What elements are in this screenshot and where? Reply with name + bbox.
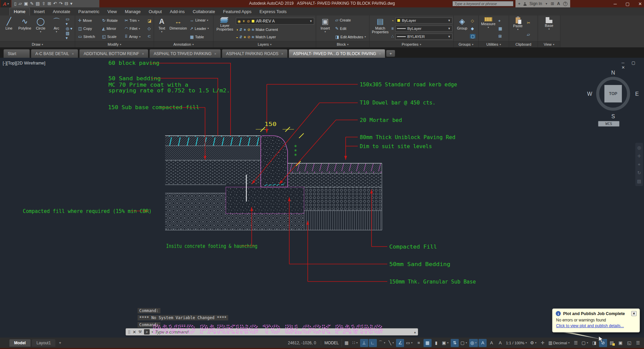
dimension-button[interactable]: ↔ Dimension [168,16,188,41]
selection-cycling-toggle[interactable]: ▮ [432,339,440,347]
lineweight-toggle[interactable]: ≡ [415,339,423,347]
edit-attributes-button[interactable]: ◨Edit Attributes▾ [334,35,367,39]
command-customize-icon[interactable]: ⚒ [138,330,142,334]
search-icon[interactable]: ⌖ [518,1,521,6]
text-button[interactable]: A Text▾ [155,16,168,41]
ribbon-tab-output[interactable]: Output [145,8,166,15]
model-tab[interactable]: Model [9,339,31,347]
erase-icon[interactable]: ◪ [147,18,152,23]
group-edit-icon[interactable]: ◆ [470,26,476,31]
plot-status-toggle[interactable]: ▤ [608,339,616,347]
orbit-icon[interactable]: ↻ [637,171,641,175]
command-grip-icon[interactable]: ⣿ [128,330,131,334]
layer-select[interactable]: ◉ ☀ ⊘ AR-REV A ▼ [236,18,314,25]
block-panel-label[interactable]: Block▾ [316,41,369,47]
ribbon-tab-featured-apps[interactable]: Featured Apps [219,8,256,15]
fillet-button[interactable]: ◠Fillet▾ [123,25,146,33]
paste-button[interactable]: Paste▾ [510,16,526,41]
trim-button[interactable]: ✂Trim▾ [123,16,146,25]
object-snap-toggle[interactable]: ▭▼ [405,339,414,347]
polyline-button[interactable]: ∿ Polyline [17,16,33,41]
offset-icon[interactable]: ⊂ [147,34,152,39]
help-icon[interactable]: ? [563,2,567,6]
view-panel-label[interactable]: View▾ [538,41,560,47]
model-space-toggle[interactable]: MODEL [322,339,342,347]
command-input[interactable]: Type a command [155,330,412,335]
groups-panel-label[interactable]: Groups▾ [454,41,478,47]
rotate-button[interactable]: ↻Rotate [101,16,122,25]
move-button[interactable]: ✛Move [77,16,100,25]
close-tab-icon[interactable]: × [281,52,283,56]
command-bar[interactable]: ⣿ ✕ ⚒ > ▾ Type a command ▴ [126,328,418,336]
ribbon-tab-insert[interactable]: Insert [30,8,49,15]
ellipse-icon[interactable]: ◎ ▾ [65,26,73,31]
object-snap-tracking-toggle[interactable]: ∠ [396,339,404,347]
draw-panel-label[interactable]: Draw▾ [0,41,75,47]
annotation-panel-label[interactable]: Annotation▾ [154,41,213,47]
selection-filtering-toggle[interactable]: ▢▼ [459,339,468,347]
close-tab-icon[interactable]: × [142,52,144,56]
ribbon-tab-manage[interactable]: Manage [121,8,145,15]
leader-button[interactable]: ↗Leader▾ [189,26,210,31]
autodesk-icon[interactable]: A [557,1,560,6]
make-current-row[interactable]: ◑⇵ ∗⊘ ≋ Make Current [236,28,314,32]
command-expand-icon[interactable]: ▴ [414,330,416,334]
autoscale-toggle[interactable]: A [487,339,495,347]
close-button[interactable]: ✕ [638,1,642,6]
ribbon-tab-parametric[interactable]: Parametric [74,8,103,15]
modify-panel-label[interactable]: Modify▾ [75,41,154,47]
circle-button[interactable]: ◯ Circle▾ [33,16,48,41]
copy-button[interactable]: ◫Copy [77,25,100,33]
zoom-icon[interactable]: ⌖ [638,162,640,167]
notification-close-button[interactable]: ✕ [631,311,637,316]
infer-constraints-toggle[interactable]: ⊥ [360,339,368,347]
arc-button[interactable]: ⌒ Arc▾ [49,16,64,41]
snap-mode-toggle[interactable]: ∷▼ [351,339,359,347]
group-button[interactable]: ◈ Group [455,16,469,41]
ribbon-tab-annotate[interactable]: Annotate [49,8,74,15]
linetype-list-icon[interactable]: ∴ [390,34,395,39]
polar-tracking-toggle[interactable]: ⌒▼ [378,339,387,347]
grid-toggle[interactable]: ▦ [343,339,351,347]
explode-icon[interactable]: ◇ [147,26,152,31]
annotation-scale-sync-toggle[interactable]: A [496,339,504,347]
layout1-tab[interactable]: Layout1 [32,339,56,347]
annotation-visibility-toggle[interactable]: A [479,339,487,347]
ungroup-icon[interactable]: ◇ [470,18,476,23]
command-prompt-icon[interactable]: > [144,329,150,335]
ribbon-tab-express-tools[interactable]: Express Tools [255,8,291,15]
chevron-down-icon[interactable]: ▼ [545,2,548,5]
object-color-select[interactable]: ByLayer▼ [395,17,452,24]
create-button[interactable]: ▱Create [334,18,367,23]
ortho-mode-toggle[interactable]: ∟ [369,339,377,347]
close-tab-icon[interactable]: × [214,52,216,56]
ribbon-tab-collaborate[interactable]: Collaborate [189,8,219,15]
properties-panel-label[interactable]: Properties▾ [369,41,453,47]
cut-icon[interactable]: ✂ [526,20,531,25]
ribbon-tab-home[interactable]: Home [9,8,30,15]
annotation-scale-toggle[interactable]: 1:1 / 100%▼ [505,339,528,347]
close-tab-icon[interactable]: × [72,52,74,56]
dynamic-ucs-toggle[interactable]: ⇅ [451,339,459,347]
scale-button[interactable]: ◱Scale [101,33,122,41]
stretch-button[interactable]: ▭Stretch [77,33,100,41]
transparency-toggle[interactable]: ▦ [424,339,432,347]
show-motion-icon[interactable]: ▤ [637,179,641,183]
array-button[interactable]: ⠿Array▾ [123,33,146,41]
isometric-drafting-toggle[interactable]: ╲▼ [387,339,395,347]
point-style-icon[interactable]: ⊞ [497,34,503,39]
quick-select-icon[interactable]: ⌖ [497,18,503,23]
linear-button[interactable]: ↔Linear▾ [189,18,210,23]
table-button[interactable]: ▦Table [189,35,210,39]
new-drawing-tab-button[interactable]: + [386,50,395,57]
rectangle-icon[interactable]: ▭ ▾ [65,17,73,26]
insert-button[interactable]: ▣ Insert▾ [317,16,333,41]
new-layout-button[interactable]: + [57,341,63,345]
layers-panel-label[interactable]: Layers▾ [213,41,316,47]
notification-link[interactable]: Click to view plot and publish details..… [556,323,637,328]
color-wheel-icon[interactable]: ◔ [390,18,395,23]
line-button[interactable]: ╱ Line [1,16,17,41]
app-store-icon[interactable]: ⊞ [551,1,554,6]
nav-wheel-icon[interactable]: ◎ [637,145,641,150]
quick-calc-icon[interactable]: ▦ [497,26,503,31]
